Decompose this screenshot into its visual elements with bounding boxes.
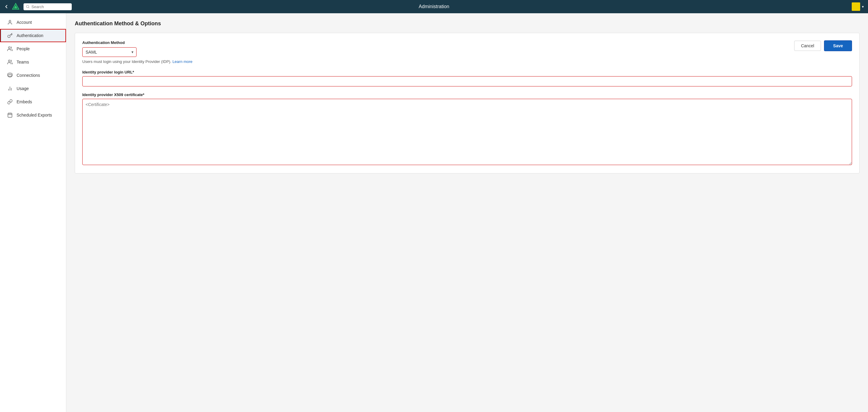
back-button[interactable] (4, 4, 9, 9)
auth-method-select-wrapper: SAML Google Password LDAP ▼ (82, 47, 136, 57)
svg-point-4 (9, 20, 11, 22)
authentication-icon (7, 33, 13, 39)
top-nav: Administration ▼ (0, 0, 868, 13)
sidebar-item-people[interactable]: People (0, 42, 66, 56)
sidebar-item-connections[interactable]: Connections (0, 69, 66, 82)
save-button[interactable]: Save (824, 40, 852, 51)
usage-icon (7, 85, 13, 92)
auth-method-select[interactable]: SAML Google Password LDAP (82, 47, 136, 57)
people-icon (7, 46, 13, 52)
search-icon (26, 4, 30, 9)
svg-line-3 (28, 7, 29, 8)
sidebar-label-scheduled-exports: Scheduled Exports (17, 113, 52, 117)
nav-right: ▼ (852, 2, 864, 11)
idp-url-label: Identity provider login URL* (82, 70, 852, 74)
sidebar-item-teams[interactable]: Teams (0, 56, 66, 69)
sidebar-label-usage: Usage (17, 86, 29, 91)
idp-url-section: Identity provider login URL* (82, 70, 852, 87)
sidebar-item-authentication[interactable]: Authentication (0, 29, 66, 42)
embeds-icon (7, 99, 13, 105)
sidebar-label-embeds: Embeds (17, 99, 32, 104)
avatar-dropdown-caret[interactable]: ▼ (861, 5, 864, 8)
auth-method-section: Authentication Method SAML Google Passwo… (82, 40, 193, 64)
idp-url-input[interactable] (82, 76, 852, 87)
search-input[interactable] (31, 4, 69, 9)
svg-point-6 (8, 60, 10, 62)
sidebar-label-authentication: Authentication (17, 33, 43, 38)
help-text: Users must login using your Identity Pro… (82, 59, 193, 64)
card-header: Authentication Method SAML Google Passwo… (82, 40, 852, 64)
sidebar-label-people: People (17, 46, 30, 51)
page-title: Authentication Method & Options (75, 21, 860, 27)
avatar[interactable] (852, 2, 860, 11)
sidebar-item-scheduled-exports[interactable]: Scheduled Exports (0, 108, 66, 122)
sidebar-label-account: Account (17, 20, 32, 25)
svg-point-5 (8, 47, 10, 48)
account-icon (7, 19, 13, 25)
sidebar-item-account[interactable]: Account (0, 16, 66, 29)
sidebar-label-connections: Connections (17, 73, 40, 78)
learn-more-link[interactable]: Learn more (173, 59, 192, 64)
cancel-button[interactable]: Cancel (794, 41, 821, 51)
sidebar-label-teams: Teams (17, 60, 29, 64)
main-layout: Account Authentication People (0, 13, 868, 412)
svg-point-7 (8, 74, 12, 76)
main-content: Authentication Method & Options Authenti… (66, 13, 868, 412)
svg-rect-11 (8, 113, 12, 117)
auth-method-label: Authentication Method (82, 40, 193, 45)
sidebar-item-embeds[interactable]: Embeds (0, 95, 66, 108)
connections-icon (7, 72, 13, 78)
sidebar-item-usage[interactable]: Usage (0, 82, 66, 95)
search-bar[interactable] (24, 3, 72, 10)
sidebar: Account Authentication People (0, 13, 66, 412)
auth-card: Authentication Method SAML Google Passwo… (75, 33, 860, 173)
page-header-title: Administration (418, 4, 449, 9)
idp-cert-textarea[interactable] (82, 99, 852, 165)
idp-cert-label: Identity provider X509 certificate* (82, 93, 852, 97)
app-logo (11, 2, 20, 11)
scheduled-exports-icon (7, 112, 13, 118)
action-buttons: Cancel Save (794, 40, 852, 51)
idp-cert-section: Identity provider X509 certificate* (82, 93, 852, 166)
teams-icon (7, 59, 13, 65)
